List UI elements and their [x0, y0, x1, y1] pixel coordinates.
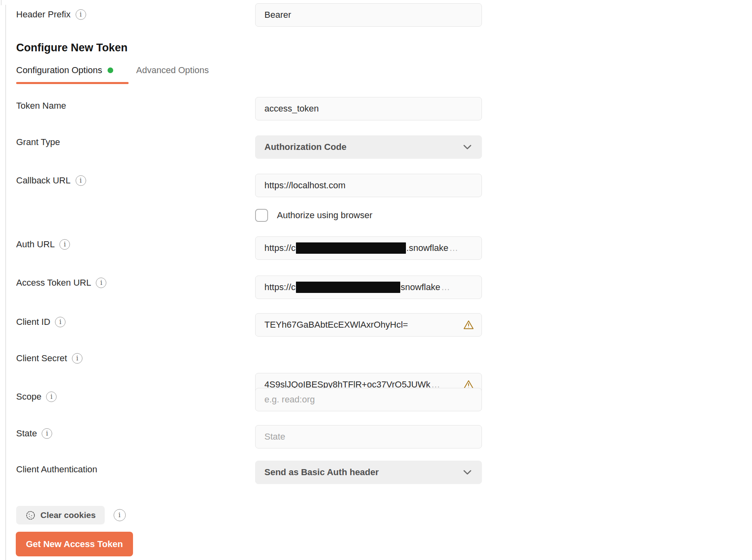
token-name-input[interactable] [255, 97, 482, 120]
panel-left-border-top [1, 0, 2, 5]
info-icon[interactable] [42, 428, 52, 439]
active-status-dot [108, 67, 113, 73]
state-input[interactable] [255, 425, 482, 448]
token-name-label: Token Name [16, 100, 66, 112]
info-icon[interactable] [55, 317, 65, 327]
panel-left-border [5, 5, 6, 560]
client-secret-label: Client Secret [16, 352, 82, 364]
callback-url-input[interactable] [255, 174, 482, 197]
clear-cookies-row: Clear cookies [16, 506, 126, 524]
client-authentication-selected-value: Send as Basic Auth header [264, 467, 379, 478]
grant-type-select[interactable]: Authorization Code [255, 135, 482, 159]
header-prefix-input[interactable] [255, 3, 482, 27]
warning-icon[interactable] [463, 319, 474, 331]
oauth2-token-config-panel: Header Prefix Configure New Token Config… [0, 0, 752, 560]
info-icon[interactable] [46, 392, 57, 402]
tab-advanced-options[interactable]: Advanced Options [136, 65, 209, 76]
header-prefix-label-text: Header Prefix [16, 9, 71, 20]
get-new-access-token-button[interactable]: Get New Access Token [16, 532, 133, 556]
chevron-down-icon [462, 467, 473, 478]
auth-url-label: Auth URL [16, 238, 70, 251]
scope-label: Scope [16, 391, 57, 403]
grant-type-label: Grant Type [16, 136, 60, 148]
authorize-using-browser-label: Authorize using browser [277, 209, 372, 221]
auth-url-input[interactable]: https://c.snowflake… [255, 236, 482, 260]
info-icon[interactable] [76, 9, 86, 20]
clear-cookies-label: Clear cookies [40, 510, 96, 520]
redaction-bar [296, 282, 400, 293]
client-id-value: TEYh67GaBAbtEcEXWlAxrOhyHcl= [264, 320, 408, 330]
config-tabs: Configuration Options Advanced Options [16, 65, 209, 76]
redaction-bar [296, 242, 406, 254]
grant-type-selected-value: Authorization Code [264, 142, 346, 152]
truncation-ellipsis: … [449, 243, 458, 253]
info-icon[interactable] [114, 509, 126, 521]
tab-advanced-options-label: Advanced Options [136, 65, 209, 76]
cookie-icon [25, 510, 36, 521]
client-authentication-label: Client Authentication [16, 463, 97, 476]
tab-configuration-options[interactable]: Configuration Options [16, 65, 113, 76]
callback-url-label: Callback URL [16, 175, 86, 187]
access-token-url-input[interactable]: https://csnowflake… [255, 276, 482, 299]
chevron-down-icon [462, 142, 473, 152]
access-token-url-value: https://csnowflake… [264, 282, 450, 293]
state-label: State [16, 427, 52, 440]
access-token-url-label: Access Token URL [16, 277, 106, 289]
info-icon[interactable] [72, 353, 82, 364]
auth-url-value: https://c.snowflake… [264, 242, 458, 254]
tab-configuration-options-label: Configuration Options [16, 65, 102, 76]
header-prefix-label: Header Prefix [16, 8, 86, 21]
info-icon[interactable] [59, 239, 70, 250]
authorize-using-browser-checkbox[interactable] [255, 209, 268, 222]
active-tab-underline [16, 82, 129, 84]
client-authentication-select[interactable]: Send as Basic Auth header [255, 461, 482, 484]
info-icon[interactable] [96, 278, 106, 288]
client-id-label: Client ID [16, 316, 65, 328]
truncation-ellipsis: … [441, 282, 450, 293]
clear-cookies-button[interactable]: Clear cookies [16, 506, 105, 524]
page-title: Configure New Token [16, 42, 128, 54]
client-id-input[interactable]: TEYh67GaBAbtEcEXWlAxrOhyHcl= [255, 313, 482, 337]
scope-input[interactable] [255, 388, 482, 411]
info-icon[interactable] [76, 175, 86, 186]
